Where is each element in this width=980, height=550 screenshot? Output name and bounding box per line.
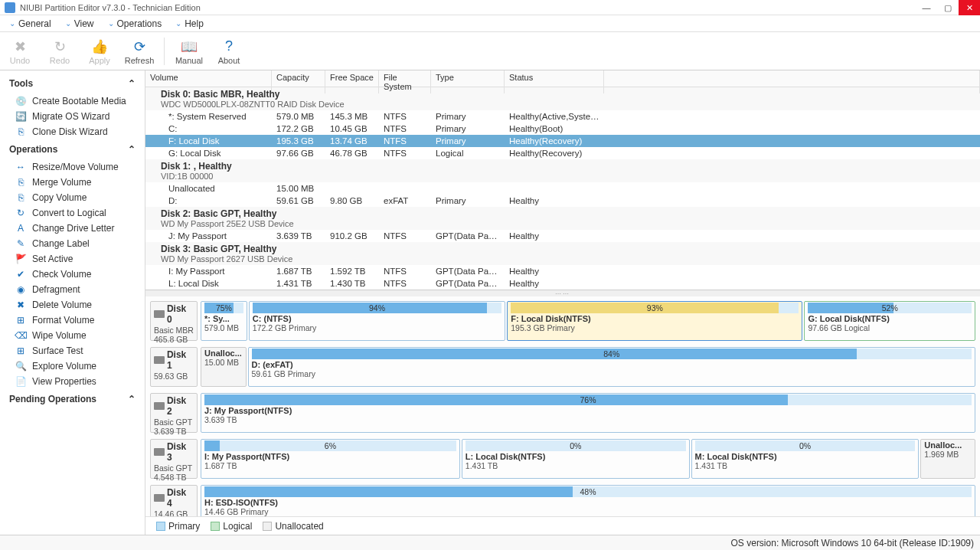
op-icon: ⊞ xyxy=(15,315,26,326)
about-button[interactable]: ?About xyxy=(214,38,244,65)
sidebar-op-item[interactable]: ⎘Merge Volume xyxy=(0,175,145,190)
col-free[interactable]: Free Space xyxy=(325,70,379,93)
about-icon: ? xyxy=(220,38,238,56)
tool-icon: ⎘ xyxy=(15,126,26,137)
disk-graph-row: Disk 3Basic GPT4.548 TB6%I: My Passport(… xyxy=(150,439,975,479)
disk-info[interactable]: Disk 3Basic GPT4.548 TB xyxy=(150,439,198,479)
col-status[interactable]: Status xyxy=(505,70,604,93)
sidebar-op-item[interactable]: 📄View Properties xyxy=(0,374,145,389)
op-icon: ⊞ xyxy=(15,345,26,356)
sidebar-op-item[interactable]: ↻Convert to Logical xyxy=(0,205,145,221)
sidebar-op-item[interactable]: ⎘Copy Volume xyxy=(0,190,145,205)
volume-row[interactable]: D:59.61 GB9.80 GBexFATPrimaryHealthy xyxy=(145,195,980,207)
volume-row[interactable]: G: Local Disk97.66 GB46.78 GBNTFSLogical… xyxy=(145,147,980,159)
op-icon: ⎘ xyxy=(15,192,26,203)
legend: Primary Logical Unallocated xyxy=(145,516,980,535)
op-icon: ✔ xyxy=(15,269,26,280)
col-capacity[interactable]: Capacity xyxy=(272,70,325,93)
sidebar-item-label: Convert to Logical xyxy=(32,208,106,218)
disk-info[interactable]: Disk 0Basic MBR465.8 GB xyxy=(150,301,198,341)
sidebar-op-item[interactable]: ↔Resize/Move Volume xyxy=(0,159,145,175)
sidebar-item-label: Wipe Volume xyxy=(32,330,87,341)
volume-row[interactable]: F: Local Disk195.3 GB13.74 GBNTFSPrimary… xyxy=(145,135,980,147)
sidebar-pending-header[interactable]: Pending Operations⌃ xyxy=(0,389,145,409)
volume-row[interactable]: *: System Reserved579.0 MB145.3 MBNTFSPr… xyxy=(145,110,980,123)
disk-icon xyxy=(154,402,165,410)
partition-block[interactable]: 84%D: (exFAT)59.61 GB Primary xyxy=(248,347,976,387)
sidebar-item-label: Create Bootable Media xyxy=(32,96,126,106)
close-button[interactable]: ✕ xyxy=(959,0,980,15)
sidebar-op-item[interactable]: 🔍Explore Volume xyxy=(0,358,145,374)
legend-logical-swatch xyxy=(211,522,220,531)
sidebar-operations-header[interactable]: Operations⌃ xyxy=(0,139,145,159)
col-type[interactable]: Type xyxy=(431,70,505,93)
refresh-button[interactable]: ⟳Refresh xyxy=(124,38,155,65)
op-icon: ✎ xyxy=(15,238,26,249)
volume-row[interactable]: L: Local Disk1.431 TB1.430 TBNTFSGPT(Dat… xyxy=(145,277,980,290)
sidebar-op-item[interactable]: AChange Drive Letter xyxy=(0,221,145,236)
chevron-down-icon: ⌄ xyxy=(9,19,15,28)
partition-block[interactable]: 93%F: Local Disk(NTFS)195.3 GB Primary xyxy=(507,301,802,341)
refresh-icon: ⟳ xyxy=(130,38,149,56)
partition-block[interactable]: 48%H: ESD-ISO(NTFS)14.46 GB Primary xyxy=(201,485,975,516)
manual-button[interactable]: 📖Manual xyxy=(174,38,204,65)
menu-general[interactable]: ⌄General xyxy=(3,17,57,31)
chevron-up-icon: ⌃ xyxy=(128,394,136,404)
partition-block[interactable]: 0%M: Local Disk(NTFS)1.431 TB xyxy=(691,439,920,479)
volume-row[interactable]: C:172.2 GB10.45 GBNTFSPrimaryHealthy(Boo… xyxy=(145,123,980,135)
sidebar-item-label: Resize/Move Volume xyxy=(32,162,119,172)
maximize-button[interactable]: ▢ xyxy=(937,0,959,15)
disk-icon xyxy=(154,494,165,502)
splitter[interactable]: ⋯⋯ xyxy=(145,290,980,296)
sidebar-tools-header[interactable]: Tools⌃ xyxy=(0,74,145,93)
sidebar-op-item[interactable]: ✖Delete Volume xyxy=(0,297,145,313)
sidebar-op-item[interactable]: ✔Check Volume xyxy=(0,267,145,282)
undo-button[interactable]: ✖Undo xyxy=(5,38,35,65)
partition-block[interactable]: 76%J: My Passport(NTFS)3.639 TB xyxy=(201,393,975,433)
volume-row[interactable]: J: My Passport3.639 TB910.2 GBNTFSGPT(Da… xyxy=(145,230,980,242)
disk-info[interactable]: Disk 159.63 GB xyxy=(150,347,198,387)
menu-view[interactable]: ⌄View xyxy=(59,17,100,31)
redo-button[interactable]: ↻Redo xyxy=(44,38,75,65)
sidebar-op-item[interactable]: 🚩Set Active xyxy=(0,251,145,267)
app-icon xyxy=(5,2,15,13)
minimize-button[interactable]: — xyxy=(916,0,937,15)
menu-help[interactable]: ⌄Help xyxy=(169,17,210,31)
statusbar: OS version: Microsoft Windows 10 64-bit … xyxy=(0,535,980,550)
volume-row[interactable]: I: My Passport1.687 TB1.592 TBNTFSGPT(Da… xyxy=(145,265,980,277)
op-icon: 🚩 xyxy=(15,254,26,264)
disk-info[interactable]: Disk 414.46 GB xyxy=(150,485,198,516)
disk-graph-panel: Disk 0Basic MBR465.8 GB75%*: Sy...579.0 … xyxy=(145,296,980,516)
partition-block[interactable]: 52%G: Local Disk(NTFS)97.66 GB Logical xyxy=(804,301,975,341)
sidebar-op-item[interactable]: ◉Defragment xyxy=(0,282,145,297)
sidebar-item-label: Check Volume xyxy=(32,269,91,280)
sidebar-op-item[interactable]: ⌫Wipe Volume xyxy=(0,328,145,343)
disk-header-row[interactable]: Disk 2: Basic GPT, HealthyWD My Passport… xyxy=(145,207,980,230)
disk-header-row[interactable]: Disk 1: , HealthyVID:1B 00000 xyxy=(145,159,980,182)
sidebar-tool-item[interactable]: 🔄Migrate OS Wizard xyxy=(0,109,145,124)
partition-block[interactable]: 0%L: Local Disk(NTFS)1.431 TB xyxy=(462,439,690,479)
sidebar-op-item[interactable]: ⊞Surface Test xyxy=(0,343,145,358)
op-icon: 🔍 xyxy=(15,361,26,372)
col-fs[interactable]: File System xyxy=(379,70,431,93)
menu-operations[interactable]: ⌄Operations xyxy=(102,17,168,31)
partition-block[interactable]: Unalloc...15.00 MB xyxy=(201,347,247,387)
sidebar-item-label: Copy Volume xyxy=(32,192,87,203)
disk-graph-row: Disk 0Basic MBR465.8 GB75%*: Sy...579.0 … xyxy=(150,301,975,341)
sidebar-item-label: Explore Volume xyxy=(32,361,96,372)
op-icon: ⎘ xyxy=(15,177,26,188)
disk-info[interactable]: Disk 2Basic GPT3.639 TB xyxy=(150,393,198,433)
partition-block[interactable]: 75%*: Sy...579.0 MB xyxy=(201,301,247,341)
sidebar-tool-item[interactable]: ⎘Clone Disk Wizard xyxy=(0,124,145,139)
apply-button[interactable]: 👍Apply xyxy=(84,38,115,65)
partition-block[interactable]: 6%I: My Passport(NTFS)1.687 TB xyxy=(201,439,460,479)
sidebar-tool-item[interactable]: 💿Create Bootable Media xyxy=(0,93,145,109)
partition-block[interactable]: Unalloc...1.969 MB xyxy=(920,439,975,479)
disk-graph-row: Disk 159.63 GBUnalloc...15.00 MB84%D: (e… xyxy=(150,347,975,387)
sidebar-op-item[interactable]: ⊞Format Volume xyxy=(0,313,145,328)
sidebar-item-label: Defragment xyxy=(32,284,80,295)
sidebar-op-item[interactable]: ✎Change Label xyxy=(0,236,145,251)
volume-row[interactable]: Unallocated15.00 MB xyxy=(145,182,980,195)
partition-block[interactable]: 94%C: (NTFS)172.2 GB Primary xyxy=(249,301,505,341)
disk-header-row[interactable]: Disk 3: Basic GPT, HealthyWD My Passport… xyxy=(145,242,980,265)
